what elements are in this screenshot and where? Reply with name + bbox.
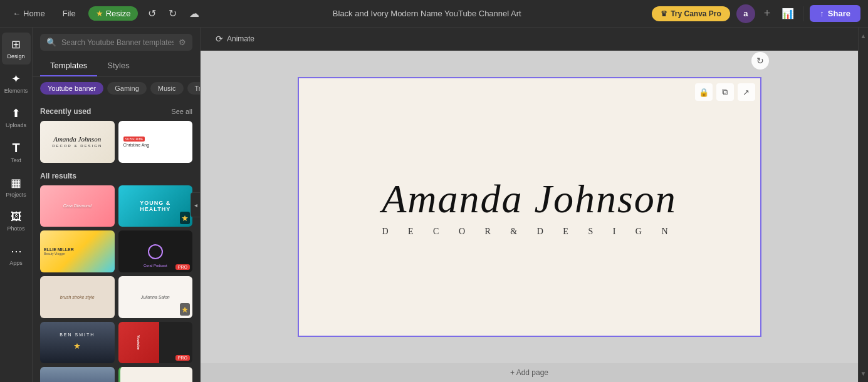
canvas-subtitle[interactable]: D E C O R & D E S I G N bbox=[382, 227, 677, 237]
canvas-wrapper: 🔒 ⧉ ↗ Amanda Johnson D E C O R & D E S I… bbox=[298, 77, 761, 337]
canvas-main-name[interactable]: Amanda Johnson bbox=[382, 177, 677, 221]
undo-button[interactable]: ↺ bbox=[145, 5, 159, 22]
file-button[interactable]: File bbox=[58, 6, 81, 21]
template-label-5: brush stroke style bbox=[60, 295, 95, 299]
arrow-left-icon: ← bbox=[13, 9, 21, 18]
search-input[interactable] bbox=[61, 38, 174, 47]
save-cloud-button[interactable]: ☁ bbox=[187, 5, 202, 22]
chip-music[interactable]: Music bbox=[150, 82, 184, 95]
canvas-content: Amanda Johnson D E C O R & D E S I G N bbox=[382, 177, 677, 236]
text-icon: T bbox=[12, 141, 19, 155]
template-label-8: Youtube bbox=[137, 335, 140, 350]
sidebar-item-photos[interactable]: 🖼 Photos bbox=[2, 205, 31, 237]
design-icon: ⊞ bbox=[11, 38, 21, 51]
search-box[interactable]: 🔍 ⚙ bbox=[40, 34, 192, 51]
resize-button[interactable]: ★ Resize bbox=[88, 6, 139, 21]
svg-marker-2 bbox=[74, 343, 80, 349]
nav-divider bbox=[803, 6, 803, 21]
add-page-button[interactable]: + Add page bbox=[201, 363, 858, 382]
sidebar-item-projects[interactable]: ▦ Projects bbox=[2, 171, 31, 203]
filter-chips: Youtube banner Gaming Music Tra... bbox=[33, 77, 200, 100]
try-pro-button[interactable]: ♛ Try Canva Pro bbox=[652, 6, 730, 21]
pro-badge-4: PRO bbox=[175, 264, 190, 270]
more-canvas-button[interactable]: ↗ bbox=[738, 83, 755, 101]
template-card-1[interactable]: Cara Diamond bbox=[40, 185, 115, 227]
rotate-button[interactable]: ↻ bbox=[751, 52, 769, 70]
template-circle-4 bbox=[148, 244, 163, 259]
pro-badge-8: PRO bbox=[175, 355, 190, 361]
template-card-9[interactable]: Vanessa Thomas bbox=[40, 367, 115, 382]
template-amanda-sub: DECOR & DESIGN bbox=[52, 144, 102, 148]
template-card-amanda[interactable]: Amanda Johnson DECOR & DESIGN bbox=[40, 121, 115, 163]
canvas-toolbar: ⟳ Animate bbox=[201, 28, 858, 51]
pro-badge-6 bbox=[180, 303, 190, 316]
sidebar-item-design[interactable]: ⊞ Design bbox=[2, 33, 31, 65]
template-card-10[interactable]: Modern Banner bbox=[118, 367, 193, 382]
panel-search-area: 🔍 ⚙ bbox=[33, 28, 200, 56]
sidebar-item-uploads[interactable]: ⬆ Uploads bbox=[2, 101, 31, 133]
template-card-5[interactable]: brush stroke style bbox=[40, 276, 115, 318]
template-label-1: Cara Diamond bbox=[63, 204, 92, 208]
template-card-3[interactable]: ELLIE MILLER Beauty Vlogger bbox=[40, 230, 115, 272]
template-card-4[interactable]: Coral Podcast PRO bbox=[118, 230, 193, 272]
star-icon: ★ bbox=[96, 9, 103, 18]
template-badge: SUBSCRIBE bbox=[123, 137, 145, 142]
recently-used-grid: Amanda Johnson DECOR & DESIGN SUBSCRIBE … bbox=[40, 121, 192, 163]
analytics-button[interactable]: 📊 bbox=[779, 5, 797, 22]
template-card-6[interactable]: Julianna Salon bbox=[118, 276, 193, 318]
sidebar-item-elements[interactable]: ✦ Elements bbox=[2, 67, 31, 99]
add-collaborator-button[interactable]: + bbox=[761, 4, 773, 23]
template-card-7[interactable]: BEN SMITH bbox=[40, 322, 115, 364]
uploads-icon: ⬆ bbox=[11, 106, 21, 120]
filter-icon[interactable]: ⚙ bbox=[179, 38, 186, 47]
animate-icon: ⟳ bbox=[216, 34, 223, 44]
svg-marker-0 bbox=[182, 215, 188, 221]
template-card-8[interactable]: Youtube PRO bbox=[118, 322, 193, 364]
canvas-container[interactable]: 🔒 ⧉ ↗ Amanda Johnson D E C O R & D E S I… bbox=[201, 51, 858, 363]
template-label-4: Coral Podcast bbox=[144, 264, 167, 267]
panel-content: Recently used See all Amanda Johnson DEC… bbox=[33, 100, 200, 382]
template-label-3b: Beauty Vlogger bbox=[44, 252, 65, 256]
left-sidebar: ⊞ Design ✦ Elements ⬆ Uploads T Text ▦ P… bbox=[0, 28, 33, 382]
home-button[interactable]: ← Home bbox=[8, 6, 50, 21]
chip-gaming[interactable]: Gaming bbox=[107, 82, 147, 95]
scroll-down-button[interactable]: ▼ bbox=[860, 370, 867, 377]
apps-icon: ⋯ bbox=[11, 244, 22, 258]
search-icon: 🔍 bbox=[46, 38, 56, 47]
template-card-2[interactable]: YOUNG & HEALTHY bbox=[118, 185, 193, 227]
canvas-frame[interactable]: 🔒 ⧉ ↗ Amanda Johnson D E C O R & D E S I… bbox=[298, 77, 761, 337]
recently-used-title: Recently used bbox=[40, 107, 91, 116]
share-button[interactable]: ↑ Share bbox=[810, 5, 860, 22]
collapse-panel-button[interactable]: ◂ bbox=[191, 192, 201, 217]
tab-styles[interactable]: Styles bbox=[97, 56, 139, 76]
lock-canvas-button[interactable]: 🔒 bbox=[695, 83, 713, 101]
pro-badge-7 bbox=[72, 339, 82, 352]
template-label-7: BEN SMITH bbox=[60, 333, 95, 337]
chip-travel[interactable]: Tra... bbox=[187, 82, 200, 95]
template-label-6: Julianna Salon bbox=[141, 295, 170, 299]
see-all-button[interactable]: See all bbox=[171, 108, 192, 115]
right-sidebar-scrollbar: ▲ ▼ bbox=[858, 28, 868, 382]
chip-youtube-banner[interactable]: Youtube banner bbox=[40, 82, 103, 95]
avatar[interactable]: a bbox=[736, 4, 755, 23]
panel-tabs: Templates Styles bbox=[33, 56, 200, 77]
template-label-2b: HEALTHY bbox=[140, 206, 170, 212]
template-christine-name: Christine Ang bbox=[123, 143, 150, 147]
template-label-3: ELLIE MILLER bbox=[44, 247, 74, 252]
projects-icon: ▦ bbox=[11, 176, 21, 190]
template-label-2: YOUNG & bbox=[140, 200, 170, 206]
redo-button[interactable]: ↻ bbox=[166, 5, 179, 22]
tab-templates[interactable]: Templates bbox=[40, 56, 97, 76]
all-results-header: All results bbox=[40, 172, 192, 180]
duplicate-canvas-button[interactable]: ⧉ bbox=[716, 83, 734, 101]
pro-badge-2 bbox=[180, 212, 190, 224]
sidebar-item-apps[interactable]: ⋯ Apps bbox=[2, 239, 31, 271]
top-navigation: ← Home File ★ Resize ↺ ↻ ☁ Black and Ivo… bbox=[0, 0, 868, 28]
scroll-up-button[interactable]: ▲ bbox=[860, 33, 867, 39]
template-card-christine[interactable]: SUBSCRIBE Christine Ang bbox=[118, 121, 193, 163]
svg-marker-1 bbox=[182, 307, 188, 312]
animate-button[interactable]: ⟳ Animate bbox=[211, 31, 259, 46]
main-area: ⊞ Design ✦ Elements ⬆ Uploads T Text ▦ P… bbox=[0, 28, 868, 382]
sidebar-item-text[interactable]: T Text bbox=[2, 136, 31, 168]
photos-icon: 🖼 bbox=[11, 210, 22, 224]
